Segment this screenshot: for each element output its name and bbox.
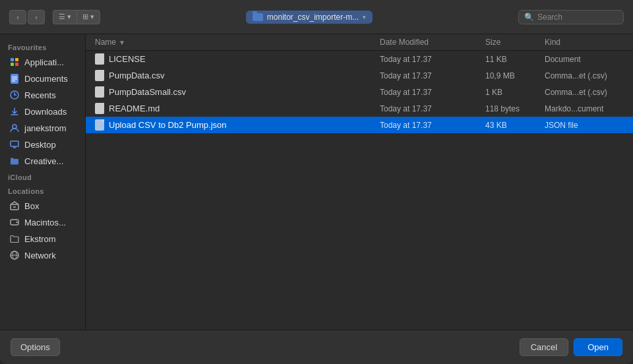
options-button[interactable]: Options: [11, 338, 60, 356]
file-date: Today at 17.37: [380, 104, 485, 113]
file-name: PumpDataSmall.csv: [109, 87, 186, 97]
recents-icon: [9, 90, 20, 100]
sidebar-item-label: janekstrom: [24, 123, 67, 133]
sidebar-item-label: Network: [24, 251, 56, 260]
sidebar-item-box[interactable]: Box: [3, 198, 82, 214]
sidebar-item-label: Macintos...: [24, 218, 66, 228]
sidebar-item-label: Ekstrom: [24, 234, 56, 244]
file-name-cell: README.md: [95, 103, 380, 114]
file-list-header: Name ▼ Date Modified Size Kind: [86, 34, 633, 51]
sidebar-item-label: Documents: [24, 74, 68, 84]
sidebar-item-label: Box: [24, 201, 39, 211]
app-icon: [9, 57, 20, 67]
sidebar-item-label: Applicati...: [24, 57, 64, 67]
folder-icon: [9, 156, 20, 166]
content: Favourites Applicati... Documents: [0, 34, 633, 330]
nav-buttons: ‹ ›: [9, 10, 45, 24]
sidebar-item-label: Downloads: [24, 107, 67, 117]
sidebar-item-ekstrom[interactable]: Ekstrom: [3, 231, 82, 247]
file-name-cell: PumpData.csv: [95, 70, 380, 81]
sidebar: Favourites Applicati... Documents: [0, 34, 86, 330]
back-button[interactable]: ‹: [9, 10, 26, 24]
col-kind-header[interactable]: Kind: [545, 38, 624, 47]
file-name: PumpData.csv: [109, 71, 165, 80]
locations-label: Locations: [0, 183, 85, 197]
col-size-header[interactable]: Size: [485, 38, 545, 47]
action-buttons: Cancel Open: [520, 338, 622, 356]
svg-rect-0: [11, 58, 14, 61]
file-date: Today at 17.37: [380, 121, 485, 130]
sidebar-item-documents[interactable]: Documents: [3, 71, 82, 86]
file-name-cell: LICENSE: [95, 53, 380, 65]
folder-icon: [253, 13, 263, 21]
sidebar-item-downloads[interactable]: Downloads: [3, 104, 82, 119]
sidebar-item-applications[interactable]: Applicati...: [3, 54, 82, 70]
sidebar-item-recents[interactable]: Recents: [3, 87, 82, 103]
svg-rect-2: [11, 63, 14, 66]
sidebar-item-janekstrom[interactable]: janekstrom: [3, 120, 82, 136]
table-row[interactable]: README.md Today at 17.37 118 bytes Markd…: [86, 100, 633, 117]
svg-rect-5: [12, 76, 17, 78]
file-icon: [95, 103, 104, 114]
toolbar: ‹ › ☰ ▾ ⊞ ▾ monitor_csv_importer-m... ▾ …: [0, 0, 633, 34]
location-pill[interactable]: monitor_csv_importer-m... ▾: [246, 11, 373, 24]
download-icon: [9, 106, 20, 117]
sidebar-item-creative[interactable]: Creative...: [3, 153, 82, 169]
name-label: Name: [95, 38, 116, 47]
file-icon: [95, 119, 104, 131]
col-name-header[interactable]: Name ▼: [95, 38, 380, 47]
file-size: 43 KB: [485, 121, 545, 130]
file-icon: [95, 70, 104, 81]
search-box: 🔍: [518, 10, 624, 24]
folder-icon2: [9, 233, 20, 244]
file-name-cell: Upload CSV to Db2 Pump.json: [95, 119, 380, 131]
file-size: 11 KB: [485, 55, 545, 64]
location-label: monitor_csv_importer-m...: [267, 13, 359, 22]
table-row[interactable]: Upload CSV to Db2 Pump.json Today at 17.…: [86, 117, 633, 133]
file-list: LICENSE Today at 17.37 11 KB Document Pu…: [86, 51, 633, 330]
col-date-header[interactable]: Date Modified: [380, 38, 485, 47]
chevron-down-icon: ▾: [363, 14, 366, 20]
view-buttons: ☰ ▾ ⊞ ▾: [53, 10, 100, 24]
desktop-icon: [9, 139, 20, 150]
file-kind: JSON file: [545, 121, 624, 130]
cancel-button[interactable]: Cancel: [520, 338, 568, 356]
file-date: Today at 17.37: [380, 71, 485, 80]
hd-icon: [9, 217, 20, 228]
file-open-dialog: ‹ › ☰ ▾ ⊞ ▾ monitor_csv_importer-m... ▾ …: [0, 0, 633, 364]
table-row[interactable]: PumpDataSmall.csv Today at 17.37 1 KB Co…: [86, 84, 633, 100]
list-view-button[interactable]: ☰ ▾: [53, 10, 76, 24]
search-input[interactable]: [537, 13, 617, 22]
doc-icon: [9, 73, 20, 84]
grid-chevron: ▾: [90, 13, 94, 21]
sidebar-item-network[interactable]: Network: [3, 247, 82, 263]
user-icon: [9, 123, 20, 133]
svg-rect-11: [11, 141, 18, 146]
file-size: 118 bytes: [485, 104, 545, 113]
sidebar-item-macintos[interactable]: Macintos...: [3, 214, 82, 230]
file-name: README.md: [109, 104, 160, 113]
svg-point-17: [16, 222, 17, 223]
file-kind: Document: [545, 55, 624, 64]
file-date: Today at 17.37: [380, 55, 485, 64]
list-chevron: ▾: [67, 13, 71, 21]
forward-button[interactable]: ›: [28, 10, 45, 24]
file-kind: Markdo...cument: [545, 104, 624, 113]
file-name: LICENSE: [109, 54, 146, 64]
svg-rect-1: [15, 58, 18, 61]
file-name: Upload CSV to Db2 Pump.json: [109, 120, 226, 130]
bottom-bar: Options Cancel Open: [0, 330, 633, 364]
file-kind: Comma...et (.csv): [545, 88, 624, 97]
open-button[interactable]: Open: [574, 338, 622, 356]
file-kind: Comma...et (.csv): [545, 71, 624, 80]
svg-rect-6: [12, 78, 17, 80]
list-icon: ☰: [59, 13, 65, 21]
box-icon: [9, 200, 20, 211]
table-row[interactable]: LICENSE Today at 17.37 11 KB Document: [86, 51, 633, 67]
grid-view-button[interactable]: ⊞ ▾: [76, 10, 100, 24]
table-row[interactable]: PumpData.csv Today at 17.37 10,9 MB Comm…: [86, 67, 633, 84]
file-icon: [95, 86, 104, 98]
file-size: 1 KB: [485, 88, 545, 97]
sidebar-item-desktop[interactable]: Desktop: [3, 136, 82, 152]
location-dropdown: monitor_csv_importer-m... ▾: [106, 11, 513, 24]
